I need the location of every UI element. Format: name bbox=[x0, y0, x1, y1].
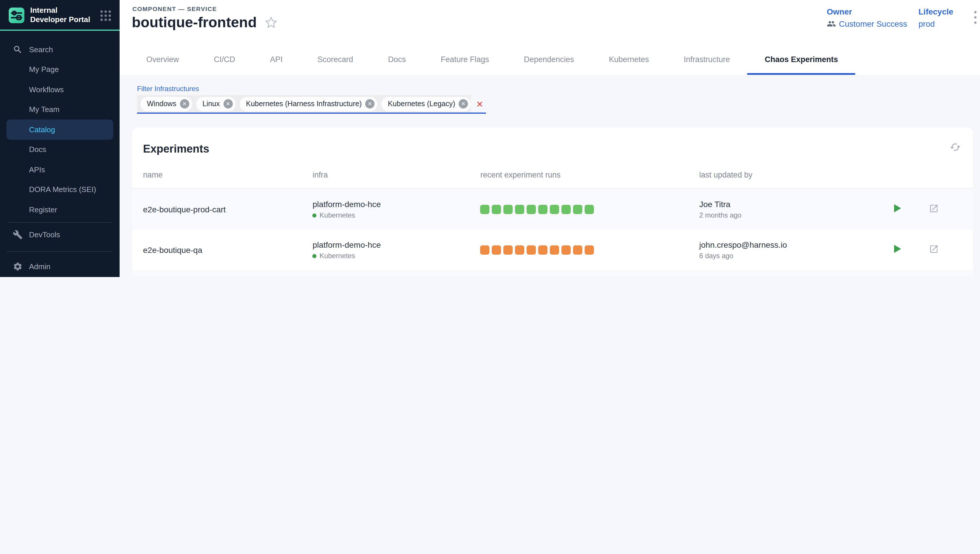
run-bar-failed[interactable] bbox=[550, 245, 559, 255]
filter-chip-kubernetes-legacy[interactable]: Kubernetes (Legacy)✕ bbox=[381, 97, 471, 111]
run-experiment-play-icon[interactable] bbox=[894, 204, 901, 212]
tab-api[interactable]: API bbox=[252, 44, 300, 75]
sidebar-item-label: Workflows bbox=[29, 85, 64, 94]
filter-chip-field[interactable]: Windows✕Linux✕Kubernetes (Harness Infras… bbox=[137, 95, 471, 113]
sidebar-item-label: DORA Metrics (SEI) bbox=[29, 185, 96, 194]
column-header-runs: recent experiment runs bbox=[480, 170, 699, 179]
filter-input[interactable]: Windows✕Linux✕Kubernetes (Harness Infras… bbox=[137, 95, 486, 114]
chip-remove-icon[interactable]: ✕ bbox=[180, 99, 189, 108]
sidebar-item-admin[interactable]: Admin bbox=[0, 256, 120, 276]
table-row: e2e-guestbook-devhceKubernetesMartin Ans… bbox=[132, 270, 973, 277]
experiment-name: e2e-boutique-qa bbox=[143, 245, 313, 255]
column-header-infra: infra bbox=[313, 170, 480, 179]
table-row: e2e-boutique-prod-cartplatform-demo-hceK… bbox=[132, 189, 973, 230]
kebab-menu-icon[interactable] bbox=[971, 10, 980, 25]
run-bar-passed[interactable] bbox=[504, 205, 513, 214]
filter-chip-windows[interactable]: Windows✕ bbox=[140, 97, 192, 111]
tab-docs[interactable]: Docs bbox=[371, 44, 423, 75]
sidebar-item-devtools[interactable]: DevTools bbox=[0, 225, 120, 245]
run-bar-failed[interactable] bbox=[538, 245, 548, 255]
lifecycle-value: prod bbox=[918, 19, 935, 29]
filter-chip-kubernetes-harness-infrastructure[interactable]: Kubernetes (Harness Infrastructure)✕ bbox=[239, 97, 377, 111]
tab-kubernetes[interactable]: Kubernetes bbox=[591, 44, 666, 75]
apps-grid-icon[interactable] bbox=[101, 10, 111, 21]
lifecycle-label: Lifecycle bbox=[918, 7, 953, 16]
run-bar-passed[interactable] bbox=[515, 205, 525, 214]
sidebar: Internal Developer Portal SearchMy PageW… bbox=[0, 0, 120, 277]
column-header-updated: last updated by bbox=[699, 170, 894, 179]
sidebar-item-docs[interactable]: Docs bbox=[0, 140, 120, 159]
run-bar-passed[interactable] bbox=[492, 205, 501, 214]
run-bar-passed[interactable] bbox=[550, 205, 559, 214]
open-external-icon[interactable] bbox=[929, 203, 939, 213]
chip-remove-icon[interactable]: ✕ bbox=[365, 99, 375, 108]
sidebar-item-apis[interactable]: APIs bbox=[0, 159, 120, 180]
run-bar-failed[interactable] bbox=[480, 245, 490, 255]
tab-ci-cd[interactable]: CI/CD bbox=[196, 44, 253, 75]
filter-chip-linux[interactable]: Linux✕ bbox=[196, 97, 235, 111]
sidebar-item-workflows[interactable]: Workflows bbox=[0, 80, 120, 99]
sidebar-divider bbox=[8, 222, 112, 223]
sidebar-divider bbox=[7, 251, 113, 252]
filter-label: Filter Infrastructures bbox=[137, 85, 486, 93]
updated-ago: 6 days ago bbox=[699, 252, 894, 260]
favorite-star-icon[interactable] bbox=[265, 16, 278, 29]
run-bar-failed[interactable] bbox=[492, 245, 501, 255]
run-bar-passed[interactable] bbox=[585, 205, 594, 214]
sidebar-item-my-page[interactable]: My Page bbox=[0, 59, 120, 80]
refresh-icon[interactable] bbox=[950, 142, 961, 153]
clear-filters-icon[interactable]: ✕ bbox=[476, 99, 483, 108]
app-root: Internal Developer Portal SearchMy PageW… bbox=[0, 0, 980, 277]
open-external-icon[interactable] bbox=[929, 244, 939, 254]
chip-label: Kubernetes (Harness Infrastructure) bbox=[246, 100, 362, 108]
people-icon bbox=[827, 19, 836, 29]
chip-remove-icon[interactable]: ✕ bbox=[459, 99, 468, 108]
table-body: e2e-boutique-prod-cartplatform-demo-hceK… bbox=[132, 189, 973, 277]
run-bar-failed[interactable] bbox=[527, 245, 536, 255]
table-row: e2e-boutique-qaplatform-demo-hceKubernet… bbox=[132, 230, 973, 270]
lifecycle-block: Lifecycle prod bbox=[918, 7, 953, 29]
chip-label: Kubernetes (Legacy) bbox=[388, 100, 455, 108]
tab-overview[interactable]: Overview bbox=[129, 44, 196, 75]
tab-dependencies[interactable]: Dependencies bbox=[506, 44, 592, 75]
infra-name: platform-demo-hce bbox=[313, 240, 480, 250]
tab-chaos-experiments[interactable]: Chaos Experiments bbox=[747, 44, 856, 75]
run-bar-passed[interactable] bbox=[480, 205, 490, 214]
main-area: COMPONENT — SERVICE boutique-frontend Ow… bbox=[120, 0, 980, 277]
run-bar-failed[interactable] bbox=[504, 245, 513, 255]
sidebar-item-dora-metrics-sei[interactable]: DORA Metrics (SEI) bbox=[0, 180, 120, 199]
run-bar-failed[interactable] bbox=[585, 245, 594, 255]
sidebar-item-catalog[interactable]: Catalog bbox=[6, 119, 113, 140]
tab-infrastructure[interactable]: Infrastructure bbox=[667, 44, 747, 75]
chip-remove-icon[interactable]: ✕ bbox=[223, 99, 233, 108]
run-bar-passed[interactable] bbox=[562, 205, 571, 214]
column-header-name: name bbox=[143, 170, 313, 179]
sidebar-item-my-team[interactable]: My Team bbox=[0, 99, 120, 119]
tab-feature-flags[interactable]: Feature Flags bbox=[423, 44, 506, 75]
breadcrumb: COMPONENT — SERVICE bbox=[132, 5, 217, 12]
tab-scorecard[interactable]: Scorecard bbox=[300, 44, 371, 75]
sidebar-item-label: APIs bbox=[29, 166, 45, 174]
run-bar-passed[interactable] bbox=[538, 205, 548, 214]
recent-runs bbox=[480, 245, 699, 255]
app-title: Internal Developer Portal bbox=[30, 6, 91, 24]
recent-runs bbox=[480, 205, 699, 214]
run-bar-passed[interactable] bbox=[527, 205, 536, 214]
app-logo-icon[interactable] bbox=[9, 8, 24, 23]
sidebar-item-label: Register bbox=[29, 205, 57, 214]
card-title: Experiments bbox=[143, 143, 209, 156]
run-bar-failed[interactable] bbox=[515, 245, 525, 255]
owner-link[interactable]: Customer Success bbox=[839, 19, 907, 29]
run-bar-passed[interactable] bbox=[573, 205, 583, 214]
sidebar-header: Internal Developer Portal bbox=[0, 0, 120, 31]
filter-section: Filter Infrastructures Windows✕Linux✕Kub… bbox=[137, 85, 486, 114]
status-dot-icon bbox=[313, 254, 317, 258]
run-experiment-play-icon[interactable] bbox=[894, 245, 901, 253]
sidebar-item-search[interactable]: Search bbox=[0, 40, 120, 59]
run-bar-failed[interactable] bbox=[562, 245, 571, 255]
owner-block: Owner Customer Success bbox=[827, 7, 907, 29]
infra-cell: platform-demo-hceKubernetes bbox=[313, 240, 480, 260]
infra-type: Kubernetes bbox=[313, 211, 480, 219]
sidebar-item-register[interactable]: Register bbox=[0, 199, 120, 220]
run-bar-failed[interactable] bbox=[573, 245, 583, 255]
